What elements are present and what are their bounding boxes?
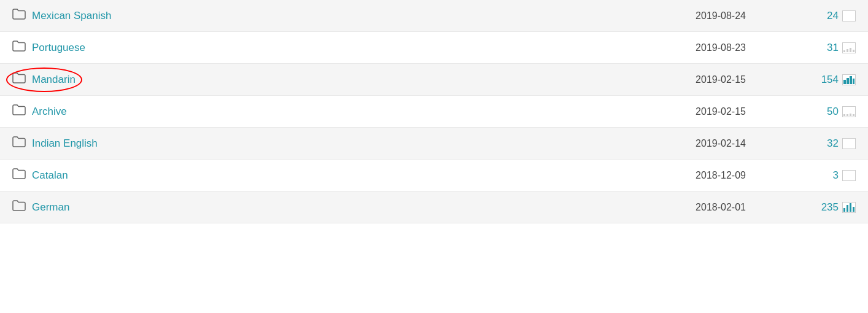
file-count: 24 [814,10,839,22]
file-count-area: 31 [782,42,856,54]
table-row: Indian English2019-02-1432 [0,128,868,160]
folder-name-link[interactable]: Catalan [32,169,68,182]
svg-rect-13 [847,205,848,212]
chart-icon [842,202,856,213]
svg-rect-0 [843,50,845,52]
svg-rect-9 [847,114,848,116]
svg-rect-12 [843,208,845,212]
table-row: Mandarin2019-02-15154 [0,64,868,96]
file-count: 154 [814,74,839,86]
folder-icon [12,136,26,150]
svg-rect-14 [850,203,851,212]
file-count-area: 3 [782,169,856,182]
file-count: 32 [814,137,839,150]
table-row: Archive2019-02-1550 [0,96,868,128]
file-name-area: Portuguese [12,41,659,55]
file-count-area: 32 [782,137,856,150]
file-list: Mexican Spanish2019-08-2424 Portuguese20… [0,0,868,223]
file-count-area: 50 [782,106,856,118]
file-date: 2019-08-24 [659,10,782,21]
folder-name-link[interactable]: Portuguese [32,42,85,54]
svg-rect-8 [843,114,845,116]
file-date: 2019-02-15 [659,106,782,117]
file-name-area: German [12,200,659,214]
folder-name-link[interactable]: Mandarin [32,74,76,86]
chart-icon [842,74,856,85]
file-date: 2019-02-15 [659,74,782,85]
file-date: 2018-02-01 [659,202,782,213]
folder-icon [12,72,26,87]
folder-icon [12,200,26,214]
file-count-area: 235 [782,201,856,214]
svg-rect-11 [853,114,854,116]
chart-icon [842,138,856,149]
svg-rect-15 [853,207,854,212]
svg-rect-4 [843,80,846,84]
svg-rect-5 [847,78,849,84]
folder-icon [12,41,26,55]
folder-name-link[interactable]: Mexican Spanish [32,10,111,22]
file-name-area: Indian English [12,136,659,150]
file-count: 50 [814,106,839,118]
folder-icon [12,104,26,118]
chart-icon [842,106,856,117]
file-count: 31 [814,42,839,54]
svg-rect-1 [847,49,848,52]
folder-name-link[interactable]: Indian English [32,137,98,150]
file-name-area: Mexican Spanish [12,9,659,23]
file-count: 235 [814,201,839,214]
table-row: German2018-02-01235 [0,191,868,223]
file-date: 2019-08-23 [659,42,782,53]
table-row: Mexican Spanish2019-08-2424 [0,0,868,32]
folder-icon [12,9,26,23]
folder-name-link[interactable]: Archive [32,106,67,118]
table-row: Portuguese2019-08-2331 [0,32,868,64]
file-name-area: Catalan [12,168,659,182]
svg-rect-6 [850,76,852,84]
file-date: 2018-12-09 [659,170,782,181]
chart-icon [842,170,856,181]
file-count: 3 [814,169,839,182]
svg-rect-2 [850,48,851,52]
file-count-area: 154 [782,74,856,86]
file-name-area: Mandarin [12,72,659,87]
chart-icon [842,42,856,53]
chart-icon [842,10,856,21]
svg-rect-10 [850,114,851,116]
folder-icon [12,168,26,182]
svg-rect-3 [853,50,854,52]
file-count-area: 24 [782,10,856,22]
file-date: 2019-02-14 [659,138,782,149]
file-name-area: Archive [12,104,659,118]
table-row: Catalan2018-12-093 [0,160,868,191]
svg-rect-7 [853,79,854,84]
folder-name-link[interactable]: German [32,201,69,214]
